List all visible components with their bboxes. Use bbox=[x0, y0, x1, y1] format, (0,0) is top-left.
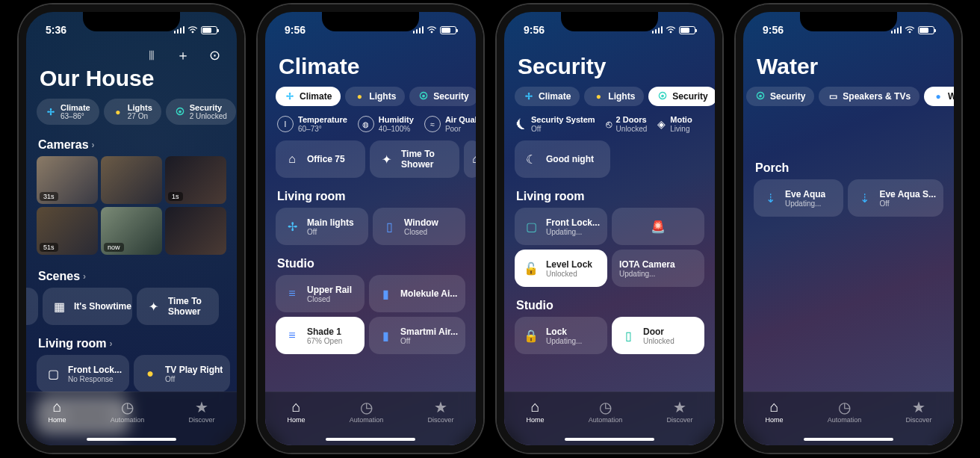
tile-main-lights[interactable]: ✢Main lightsOff bbox=[276, 208, 368, 245]
room-porch-header: Porch bbox=[743, 157, 954, 179]
chip-security[interactable]: ⦿ Security2 Unlocked bbox=[166, 99, 236, 125]
purifier-icon: ▮ bbox=[376, 327, 394, 344]
stat-doors[interactable]: ⎋2 DoorsUnlocked bbox=[606, 115, 648, 133]
clock-icon: ◷ bbox=[838, 398, 851, 415]
tile-door[interactable]: ▯DoorUnlocked bbox=[612, 317, 704, 354]
stat-humidity[interactable]: ◍Humidity40–100% bbox=[358, 115, 414, 133]
battery-icon bbox=[201, 26, 217, 34]
tab-automation[interactable]: ◷Automation bbox=[111, 398, 145, 424]
category-chips: ✢ Climate63–86° ● Lights27 On ⦿ Security… bbox=[26, 99, 237, 134]
tab-discover[interactable]: ★Discover bbox=[666, 398, 692, 424]
chip-security[interactable]: ⦿Security bbox=[409, 87, 476, 106]
tab-automation[interactable]: ◷Automation bbox=[589, 398, 623, 424]
tab-home[interactable]: ⌂Home bbox=[527, 398, 545, 424]
plus-icon[interactable]: ＋ bbox=[174, 46, 192, 64]
tile-lock[interactable]: 🔒LockUpdating... bbox=[515, 317, 607, 354]
tab-home[interactable]: ⌂Home bbox=[49, 398, 66, 424]
faucet-icon: ⇣ bbox=[855, 189, 873, 207]
stat-motion[interactable]: ◈MotioLiving bbox=[657, 115, 692, 133]
tile-level-lock[interactable]: 🔓Level LockUnlocked bbox=[515, 250, 607, 287]
tab-automation[interactable]: ◷Automation bbox=[350, 398, 384, 424]
moon-icon: ☾ bbox=[522, 150, 540, 168]
lock-icon: ⦿ bbox=[175, 107, 185, 117]
waveform-icon[interactable]: ⫴ bbox=[143, 46, 161, 64]
scene-shower[interactable]: ✦Time To Shower bbox=[137, 288, 219, 325]
chip-water[interactable]: ●Water bbox=[924, 87, 954, 106]
tile-molekule[interactable]: ▮Molekule Ai... bbox=[369, 275, 465, 312]
scene-more[interactable]: ⌂ bbox=[464, 140, 476, 178]
tab-discover[interactable]: ★Discover bbox=[427, 398, 453, 424]
house-icon: ⌂ bbox=[283, 150, 301, 168]
sparkle-icon: ✦ bbox=[377, 150, 395, 168]
battery-icon bbox=[918, 26, 934, 34]
fan-icon: ✢ bbox=[524, 91, 534, 102]
drop-icon: ● bbox=[933, 91, 943, 102]
chevron-right-icon: › bbox=[83, 271, 86, 282]
clock-icon: ◷ bbox=[121, 398, 134, 415]
camera-thumb[interactable]: 31s bbox=[37, 156, 98, 204]
chip-security[interactable]: ⦿Security bbox=[648, 87, 715, 106]
tile-front-lock[interactable]: ▢Front Lock...No Response bbox=[37, 355, 129, 392]
tab-automation[interactable]: ◷Automation bbox=[828, 398, 862, 424]
chip-lights[interactable]: ●Lights bbox=[345, 87, 405, 106]
fan-icon: ✢ bbox=[46, 107, 56, 117]
house-icon: ⌂ bbox=[467, 150, 476, 168]
cameras-header[interactable]: Cameras› bbox=[26, 134, 237, 156]
tile-iota-camera[interactable]: IOTA CameraUpdating... bbox=[612, 250, 704, 287]
bulb-icon: ● bbox=[141, 365, 159, 383]
scene-shower[interactable]: ✦Time To Shower bbox=[370, 140, 459, 178]
tile-siren[interactable]: 🚨 bbox=[612, 208, 704, 245]
shade-icon: ▯ bbox=[380, 217, 398, 235]
siren-icon: 🚨 bbox=[649, 217, 667, 235]
tile-upper-rail[interactable]: ≡Upper RailClosed bbox=[276, 275, 365, 312]
tile-eve-aqua-s[interactable]: ⇣Eve Aqua S...Off bbox=[848, 179, 943, 217]
tab-discover[interactable]: ★Discover bbox=[905, 398, 931, 424]
stat-temperature[interactable]: ITemperature60–73° bbox=[277, 115, 347, 133]
lock-open-icon: ⎋ bbox=[606, 118, 612, 130]
room-studio-header: Studio bbox=[504, 294, 715, 317]
chip-climate[interactable]: ✢Climate bbox=[276, 87, 341, 106]
house-icon: ⌂ bbox=[53, 398, 62, 415]
tile-front-lock[interactable]: ▢Front Lock...Updating... bbox=[515, 208, 607, 245]
scene-good-night[interactable]: ☾Good night bbox=[515, 140, 610, 178]
scene-tile[interactable]: ing bbox=[19, 288, 38, 325]
tab-home[interactable]: ⌂Home bbox=[288, 398, 306, 424]
page-title: Our House bbox=[26, 64, 237, 99]
camera-thumb[interactable]: 51s bbox=[37, 207, 98, 255]
scene-office-75[interactable]: ⌂Office 75 bbox=[276, 140, 365, 178]
tv-icon: ▦ bbox=[50, 297, 68, 315]
tab-home[interactable]: ⌂Home bbox=[766, 398, 784, 424]
chip-lights[interactable]: ●Lights bbox=[584, 87, 644, 106]
living-room-header[interactable]: Living room› bbox=[26, 332, 237, 355]
camera-thumb[interactable] bbox=[165, 207, 226, 255]
lock-square-icon: ▢ bbox=[522, 217, 540, 235]
camera-thumb[interactable] bbox=[101, 156, 162, 204]
scene-showtime[interactable]: ▦It's Showtime bbox=[43, 288, 132, 325]
scenes-header[interactable]: Scenes› bbox=[26, 265, 237, 288]
wifi-icon bbox=[666, 26, 676, 34]
tile-eve-aqua[interactable]: ⇣Eve AquaUpdating... bbox=[754, 179, 843, 217]
page-title: Water bbox=[743, 52, 954, 87]
tile-shade-1[interactable]: ≡Shade 167% Open bbox=[276, 317, 365, 354]
wind-icon: ≈ bbox=[424, 116, 441, 132]
lock-icon: ⦿ bbox=[755, 91, 766, 102]
tab-discover[interactable]: ★Discover bbox=[188, 398, 214, 424]
svg-point-2 bbox=[670, 31, 672, 33]
tile-smartmi[interactable]: ▮Smartmi Air...Off bbox=[369, 317, 465, 354]
chip-climate[interactable]: ✢Climate bbox=[515, 87, 580, 106]
star-icon: ★ bbox=[434, 398, 447, 415]
page-title: Security bbox=[504, 52, 715, 87]
stat-security-system[interactable]: ⏾Security SystemOff bbox=[516, 115, 595, 133]
more-icon[interactable]: ⊙ bbox=[205, 46, 223, 64]
tile-tv-play[interactable]: ●TV Play RightOff bbox=[134, 355, 230, 392]
camera-thumb[interactable]: 1s bbox=[165, 156, 226, 204]
chip-speakers-tvs[interactable]: ▭Speakers & TVs bbox=[819, 87, 919, 106]
chip-climate[interactable]: ✢ Climate63–86° bbox=[37, 99, 99, 125]
stat-air-quality[interactable]: ≈Air QualiPoor bbox=[424, 115, 476, 133]
status-time: 5:36 bbox=[46, 24, 66, 36]
tile-window[interactable]: ▯WindowClosed bbox=[373, 208, 465, 245]
lock-open-icon: 🔓 bbox=[522, 259, 540, 277]
chip-lights[interactable]: ● Lights27 On bbox=[104, 99, 161, 125]
camera-thumb[interactable]: now bbox=[101, 207, 162, 255]
chip-security[interactable]: ⦿Security bbox=[746, 87, 814, 106]
